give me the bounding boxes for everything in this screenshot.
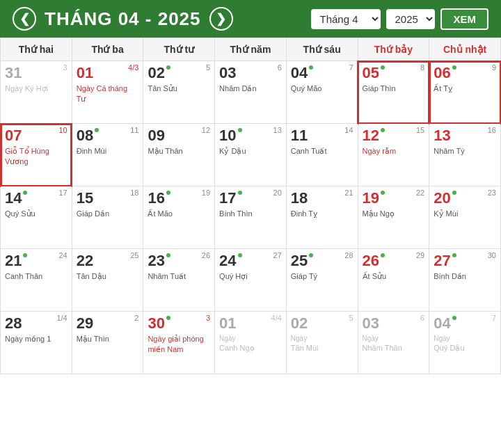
calendar-cell[interactable]: 1821Đinh Tỵ: [286, 186, 358, 249]
calendar-cell[interactable]: 014/4NgàyCanh Ngọ: [215, 312, 287, 374]
calendar-cell[interactable]: 0912Mậu Thân: [143, 124, 215, 186]
header-right: Tháng 1Tháng 2Tháng 3Tháng 4 Tháng 5Thán…: [311, 8, 488, 30]
lunar-day: 9: [492, 64, 496, 72]
lunar-label: Giáp Thìn: [363, 83, 425, 93]
calendar-cell[interactable]: 1417Quý Sửu: [1, 186, 72, 249]
calendar-cell[interactable]: 047NgàyQuý Dậu: [429, 312, 501, 374]
view-button[interactable]: XEM: [440, 8, 488, 30]
calendar-cell[interactable]: 0811Đinh Mùi: [72, 124, 143, 186]
calendar-cell[interactable]: 1518Giáp Dần: [72, 186, 143, 249]
calendar-cell[interactable]: 1619Ất Mão: [143, 186, 215, 249]
calendar-cell[interactable]: 313Ngày Ký Hợi: [1, 61, 72, 124]
calendar-cell[interactable]: 1720Bính Thìn: [215, 186, 287, 249]
calendar-cell[interactable]: 2023Kỷ Mùi: [429, 186, 501, 249]
weekday-sun: Chủ nhật: [429, 38, 501, 61]
event-dot: [95, 128, 99, 132]
lunar-day: 7: [492, 314, 496, 322]
lunar-day: 4/3: [128, 64, 138, 72]
lunar-label: Quý Mão: [291, 83, 353, 93]
calendar-cell[interactable]: 1215Ngày rằm: [358, 124, 429, 186]
lunar-day: 27: [273, 252, 282, 259]
calendar-cell[interactable]: 303Ngày giải phóng miền Nam: [143, 312, 215, 374]
calendar-cell[interactable]: 025Tân Sửu: [143, 61, 215, 124]
solar-day: 07: [5, 127, 22, 145]
event-dot: [381, 128, 385, 132]
calendar-table: Thứ hai Thứ ba Thứ tư Thứ năm Thứ sáu Th…: [0, 38, 501, 374]
lunar-day: 24: [58, 252, 67, 259]
weekday-tue: Thứ ba: [72, 38, 143, 61]
calendar-cell[interactable]: 025NgàyTân Mùi: [286, 312, 358, 374]
lunar-label: Nhâm Tý: [434, 146, 496, 156]
month-select[interactable]: Tháng 1Tháng 2Tháng 3Tháng 4 Tháng 5Thán…: [311, 9, 381, 29]
calendar-cell[interactable]: 069Ất Tỵ: [429, 61, 501, 124]
event-dot: [381, 191, 385, 195]
calendar-cell[interactable]: 047Quý Mão: [286, 61, 358, 124]
lunar-label: Canh Thân: [5, 271, 67, 281]
solar-day: 02: [291, 314, 308, 333]
calendar-cell[interactable]: 281/4Ngày mồng 1: [1, 312, 72, 374]
event-dot: [309, 65, 313, 70]
calendar-cell[interactable]: 1013Kỷ Dậu: [215, 124, 287, 186]
solar-day: 22: [77, 252, 93, 270]
event-dot: [23, 191, 27, 195]
lunar-day: 30: [488, 252, 496, 259]
lunar-label: Kỷ Dậu: [219, 146, 282, 156]
lunar-day: 26: [202, 252, 210, 259]
lunar-day: 7: [349, 64, 353, 72]
lunar-label: Giáp Dần: [77, 209, 139, 218]
prev-month-button[interactable]: ❮: [13, 7, 36, 31]
lunar-day: 6: [278, 64, 282, 72]
lunar-day: 13: [273, 127, 282, 134]
solar-day: 21: [5, 252, 27, 270]
lunar-day: 16: [488, 127, 496, 134]
lunar-label: Tân Sửu: [148, 83, 210, 93]
lunar-label: Quý Hợi: [219, 271, 282, 281]
holiday-label: Ngày giải phóng miền Nam: [148, 334, 210, 354]
lunar-label: Mậu Thìn: [77, 334, 139, 344]
calendar-cell[interactable]: 036Nhâm Dần: [215, 61, 287, 124]
holiday-label: Ngày Cá tháng Tư: [77, 83, 139, 104]
lunar-label: Ất Tỵ: [434, 83, 496, 93]
calendar-cell[interactable]: 2225Tân Dậu: [72, 249, 143, 312]
solar-day: 16: [148, 189, 170, 207]
solar-day: 10: [219, 127, 241, 145]
year-select[interactable]: 2023202420252026: [386, 9, 435, 29]
weekday-sat: Thứ bảy: [358, 38, 429, 61]
lunar-label: Đinh Mùi: [77, 146, 139, 156]
solar-day: 27: [434, 252, 456, 270]
calendar-cell[interactable]: 014/3Ngày Cá tháng Tư: [72, 61, 143, 124]
calendar-cell[interactable]: 2326Nhâm Tuất: [143, 249, 215, 312]
event-dot: [452, 65, 456, 70]
solar-day: 11: [291, 127, 308, 145]
lunar-day: 17: [58, 189, 67, 197]
event-dot: [166, 65, 170, 70]
solar-day: 03: [219, 64, 236, 82]
event-dot: [452, 253, 456, 257]
solar-day: 24: [219, 252, 241, 270]
calendar-cell[interactable]: 058Giáp Thìn: [358, 61, 429, 124]
lunar-day: 4/4: [271, 314, 282, 322]
solar-day: 06: [434, 64, 456, 82]
event-dot: [166, 316, 170, 320]
calendar-cell[interactable]: 2629Ất Sửu: [358, 249, 429, 312]
calendar-cell[interactable]: 2730Bính Dần: [429, 249, 501, 312]
calendar-cell[interactable]: 2124Canh Thân: [1, 249, 72, 312]
next-month-button[interactable]: ❯: [209, 7, 233, 31]
calendar-cell[interactable]: 036NgàyNhâm Thân: [358, 312, 429, 374]
calendar-cell[interactable]: 292Mậu Thìn: [72, 312, 143, 374]
lunar-day: 12: [202, 127, 210, 134]
lunar-label: Canh Tuất: [291, 146, 353, 156]
solar-day: 03: [363, 314, 379, 333]
lunar-day: 8: [420, 64, 424, 72]
calendar-cell[interactable]: 2427Quý Hợi: [215, 249, 287, 312]
lunar-label: Ất Sửu: [363, 271, 425, 281]
calendar-cell[interactable]: 0710Giỗ Tổ Hùng Vương: [1, 124, 72, 186]
lunar-label: Bính Dần: [434, 271, 496, 281]
calendar-cell[interactable]: 1114Canh Tuất: [286, 124, 358, 186]
solar-day: 26: [363, 252, 385, 270]
weekday-mon: Thứ hai: [1, 38, 72, 61]
calendar-cell[interactable]: 1316Nhâm Tý: [429, 124, 501, 186]
solar-day: 05: [363, 64, 385, 82]
calendar-cell[interactable]: 2528Giáp Tý: [286, 249, 358, 312]
calendar-cell[interactable]: 1922Mậu Ngọ: [358, 186, 429, 249]
